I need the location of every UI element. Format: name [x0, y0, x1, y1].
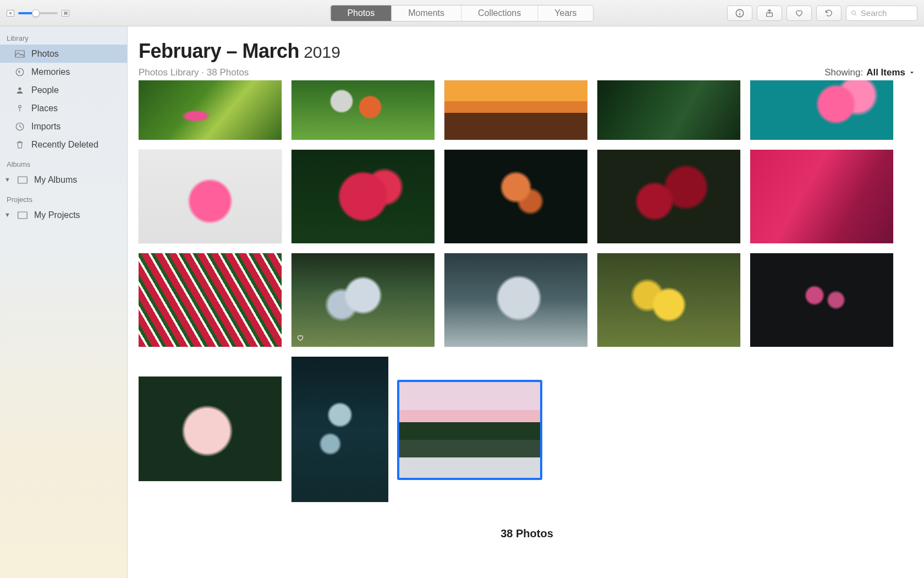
- tab-photos[interactable]: Photos: [331, 6, 391, 21]
- rotate-button[interactable]: [816, 6, 842, 21]
- photo-thumbnail[interactable]: [597, 80, 740, 140]
- svg-point-4: [851, 10, 855, 14]
- title-range: February – March: [139, 40, 299, 63]
- svg-line-5: [855, 14, 856, 15]
- toolbar: Photos Moments Collections Years: [0, 0, 924, 26]
- photo-thumbnail[interactable]: [750, 253, 893, 347]
- breadcrumb: Photos Library · 38 Photos: [139, 67, 249, 78]
- sidebar-section-library: Library: [0, 32, 127, 45]
- zoom-slider-group: [7, 10, 69, 17]
- memories-icon: [14, 67, 25, 78]
- photo-thumbnail[interactable]: [750, 80, 893, 140]
- sidebar-item-my-projects[interactable]: ▼ My Projects: [0, 206, 127, 224]
- sidebar-item-my-albums[interactable]: ▼ My Albums: [0, 171, 127, 189]
- sidebar-item-label: People: [31, 85, 59, 95]
- photo-thumbnail-selected[interactable]: [398, 381, 541, 479]
- svg-point-7: [16, 68, 24, 76]
- tab-collections[interactable]: Collections: [461, 6, 537, 21]
- sidebar-item-label: Recently Deleted: [31, 140, 98, 150]
- people-icon: [14, 85, 25, 96]
- sidebar-item-label: My Albums: [34, 175, 77, 185]
- sidebar-section-projects: Projects: [0, 193, 127, 206]
- photo-thumbnail[interactable]: [139, 377, 282, 481]
- photo-thumbnail[interactable]: [139, 253, 282, 347]
- sidebar-item-people[interactable]: People: [0, 81, 127, 99]
- sidebar-item-recently-deleted[interactable]: Recently Deleted: [0, 135, 127, 154]
- photo-thumbnail[interactable]: [139, 80, 282, 140]
- photos-icon: [14, 48, 25, 59]
- search-icon: [851, 9, 857, 17]
- photo-thumbnail[interactable]: [139, 150, 282, 243]
- photo-thumbnail[interactable]: [292, 150, 435, 243]
- album-icon: [17, 210, 28, 221]
- info-button[interactable]: [727, 6, 752, 21]
- sidebar-item-label: Memories: [31, 67, 70, 77]
- sidebar-item-label: Places: [31, 103, 58, 113]
- sidebar-item-label: Imports: [31, 122, 61, 132]
- thumbnail-size-slider[interactable]: [18, 12, 58, 14]
- page-title: February – March 2019: [139, 40, 915, 63]
- chevron-down-icon[interactable]: ▼: [4, 211, 11, 218]
- chevron-down-icon[interactable]: ▼: [4, 176, 11, 183]
- sidebar-item-photos[interactable]: Photos: [0, 45, 127, 63]
- photo-thumbnail[interactable]: [444, 253, 587, 347]
- showing-filter[interactable]: Showing: All Items: [824, 67, 915, 78]
- svg-rect-13: [18, 212, 28, 219]
- svg-point-9: [19, 105, 21, 108]
- sidebar-item-imports[interactable]: Imports: [0, 117, 127, 135]
- photo-thumbnail[interactable]: [292, 80, 435, 140]
- toolbar-left: [7, 10, 69, 17]
- favorite-icon: [296, 334, 305, 343]
- view-tabs: Photos Moments Collections Years: [330, 5, 593, 21]
- sidebar-section-albums: Albums: [0, 158, 127, 171]
- sidebar-item-memories[interactable]: Memories: [0, 63, 127, 81]
- clock-icon: [14, 121, 25, 132]
- zoom-out-icon[interactable]: [7, 10, 14, 17]
- sidebar-item-label: Photos: [31, 49, 59, 59]
- search-field[interactable]: [846, 6, 917, 21]
- footer-count: 38 Photos: [139, 527, 915, 540]
- title-year: 2019: [304, 43, 340, 62]
- favorite-button[interactable]: [787, 6, 812, 21]
- svg-rect-12: [18, 177, 28, 183]
- trash-icon: [14, 139, 25, 150]
- photo-thumbnail[interactable]: [292, 357, 388, 502]
- places-icon: [14, 103, 25, 114]
- tab-years[interactable]: Years: [537, 6, 593, 21]
- sidebar: Library Photos Memories People Places: [0, 26, 128, 578]
- main-content: February – March 2019 Photos Library · 3…: [128, 26, 924, 578]
- svg-point-8: [18, 87, 21, 90]
- sidebar-item-label: My Projects: [34, 210, 80, 220]
- sidebar-item-places[interactable]: Places: [0, 99, 127, 117]
- showing-label: Showing:: [824, 67, 863, 78]
- album-icon: [17, 175, 28, 186]
- tab-moments[interactable]: Moments: [391, 6, 461, 21]
- photo-thumbnail[interactable]: [444, 150, 587, 243]
- photo-thumbnail[interactable]: [597, 253, 740, 347]
- showing-value: All Items: [866, 67, 905, 78]
- chevron-down-icon: [909, 69, 915, 76]
- photo-thumbnail[interactable]: [750, 150, 893, 243]
- search-input[interactable]: [861, 8, 912, 18]
- slider-thumb[interactable]: [32, 9, 40, 17]
- svg-point-2: [739, 10, 740, 12]
- photo-thumbnail[interactable]: [292, 253, 435, 347]
- zoom-in-icon[interactable]: [62, 10, 69, 17]
- photo-thumbnail[interactable]: [597, 150, 740, 243]
- toolbar-right: [727, 6, 917, 21]
- photo-thumbnail[interactable]: [444, 80, 587, 140]
- share-button[interactable]: [757, 6, 782, 21]
